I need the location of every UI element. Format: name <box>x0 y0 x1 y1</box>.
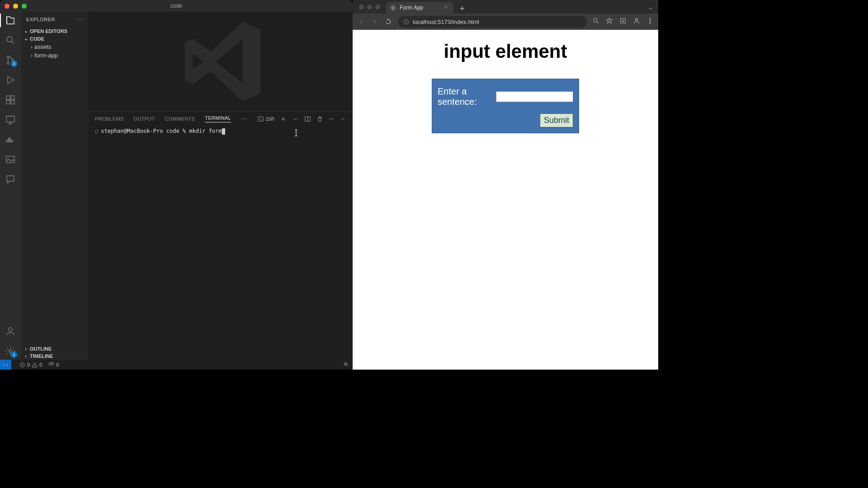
source-control-icon[interactable]: 3 <box>5 54 16 66</box>
panel-more-right-icon[interactable]: ⋯ <box>329 116 334 122</box>
timeline-section[interactable]: ›TIMELINE <box>21 352 89 360</box>
tab-problems[interactable]: PROBLEMS <box>95 116 124 122</box>
svg-point-15 <box>51 364 52 365</box>
workspace-label: CODE <box>30 36 44 42</box>
new-terminal-icon[interactable] <box>280 116 287 122</box>
folder-form-app[interactable]: ›form-app <box>24 51 89 60</box>
close-window[interactable] <box>5 4 9 9</box>
extensions-icon[interactable] <box>5 94 16 106</box>
outline-label: OUTLINE <box>30 346 52 352</box>
editor-area <box>89 12 353 111</box>
svg-point-2 <box>7 62 9 64</box>
zoom-icon[interactable] <box>592 17 599 26</box>
workspace-section[interactable]: ⌄CODE <box>21 35 89 42</box>
minimize-window[interactable] <box>13 4 18 9</box>
comment-icon[interactable] <box>5 174 16 185</box>
sidebar-title: EXPLORER <box>26 17 55 22</box>
tab-output[interactable]: OUTPUT <box>134 116 155 122</box>
text-cursor-icon <box>293 129 299 137</box>
remote-explorer-icon[interactable] <box>5 114 16 126</box>
remote-indicator[interactable] <box>0 360 11 370</box>
outline-section[interactable]: ›OUTLINE <box>21 345 89 352</box>
svg-rect-7 <box>11 100 14 104</box>
url-text: localhost:5173/index.html <box>413 19 479 25</box>
accounts-icon[interactable] <box>5 325 16 337</box>
svg-rect-6 <box>6 100 10 104</box>
image-icon[interactable] <box>5 154 16 165</box>
split-terminal-icon[interactable] <box>304 116 311 122</box>
browser-traffic-lights <box>356 5 383 9</box>
bottom-panel: PROBLEMS OUTPUT COMMENTS TERMINAL ⋯ zsh … <box>89 111 353 360</box>
svg-point-23 <box>650 20 651 21</box>
address-bar[interactable]: localhost:5173/index.html <box>398 16 587 28</box>
vscode-window: code 3 1 EXPLORER ⋯ <box>0 0 353 370</box>
error-count: 0 <box>27 362 30 367</box>
ports-count: 0 <box>56 362 59 367</box>
tab-overflow-icon[interactable] <box>647 5 654 14</box>
sidebar-more-icon[interactable]: ⋯ <box>77 16 84 23</box>
forward-icon[interactable] <box>371 18 379 26</box>
terminal-line: stephan@MacBook-Pro code % mkdir form <box>101 128 222 134</box>
bookmark-icon[interactable] <box>606 17 613 26</box>
folder-assets[interactable]: ›assets <box>24 42 89 51</box>
sentence-input[interactable] <box>496 91 573 102</box>
browser-maximize[interactable] <box>375 5 380 9</box>
status-problems[interactable]: 0 0 <box>19 362 42 368</box>
input-label: Enter a sentence: <box>438 86 495 107</box>
panel-more-icon[interactable]: ⋯ <box>241 115 247 122</box>
window-title: code <box>170 3 182 9</box>
folder-label: form-app <box>34 52 58 59</box>
form-container: Enter a sentence: Submit <box>432 79 579 133</box>
svg-point-24 <box>650 23 651 23</box>
reload-icon[interactable] <box>384 18 392 26</box>
svg-point-10 <box>9 328 12 331</box>
kill-terminal-icon[interactable] <box>316 116 323 122</box>
run-debug-icon[interactable] <box>5 74 16 86</box>
scm-badge: 3 <box>11 61 17 67</box>
warn-count: 0 <box>39 362 42 367</box>
tab-terminal[interactable]: TERMINAL <box>205 115 231 122</box>
site-info-icon <box>403 19 409 25</box>
timeline-label: TIMELINE <box>30 353 53 359</box>
maximize-panel-icon[interactable] <box>340 116 346 122</box>
browser-tab[interactable]: Form App <box>386 2 453 14</box>
browser-window: Form App + localhost:5173/index.html <box>353 0 658 370</box>
tab-strip: Form App + <box>353 0 658 14</box>
close-tab-icon[interactable] <box>443 4 449 11</box>
folder-label: assets <box>34 43 52 50</box>
svg-point-1 <box>7 56 9 58</box>
menu-icon[interactable] <box>646 17 654 26</box>
terminal-shell[interactable]: zsh <box>257 116 274 122</box>
editor-main: PROBLEMS OUTPUT COMMENTS TERMINAL ⋯ zsh … <box>89 12 353 360</box>
docker-icon[interactable] <box>5 134 16 145</box>
status-zoom-icon[interactable] <box>343 361 349 368</box>
svg-point-21 <box>635 19 637 21</box>
maximize-window[interactable] <box>22 4 27 9</box>
back-icon[interactable] <box>357 18 365 26</box>
status-bar: 0 0 0 <box>0 360 353 370</box>
open-editors-label: OPEN EDITORS <box>30 28 67 34</box>
terminal-body[interactable]: ○stephan@MacBook-Pro code % mkdir form <box>89 126 353 360</box>
install-app-icon[interactable] <box>619 17 627 26</box>
browser-minimize[interactable] <box>367 5 372 9</box>
svg-rect-5 <box>11 96 14 99</box>
browser-close[interactable] <box>359 5 364 9</box>
new-tab-button[interactable]: + <box>456 4 468 14</box>
terminal-dropdown-icon[interactable] <box>292 116 299 122</box>
search-icon[interactable] <box>5 34 16 46</box>
submit-button[interactable]: Submit <box>540 113 573 127</box>
titlebar: code <box>0 0 353 12</box>
open-editors-section[interactable]: ⌄OPEN EDITORS <box>21 27 89 35</box>
explorer-icon[interactable] <box>5 14 16 26</box>
globe-icon <box>390 5 396 11</box>
settings-badge: 1 <box>11 352 17 358</box>
profile-icon[interactable] <box>633 17 640 26</box>
status-ports[interactable]: 0 <box>48 362 59 368</box>
page-heading: input element <box>443 41 567 62</box>
settings-gear-icon[interactable]: 1 <box>5 345 16 357</box>
svg-point-22 <box>650 18 651 19</box>
svg-rect-8 <box>6 116 14 122</box>
vscode-watermark-icon <box>171 12 270 111</box>
svg-rect-4 <box>6 96 10 99</box>
tab-comments[interactable]: COMMENTS <box>165 116 195 122</box>
